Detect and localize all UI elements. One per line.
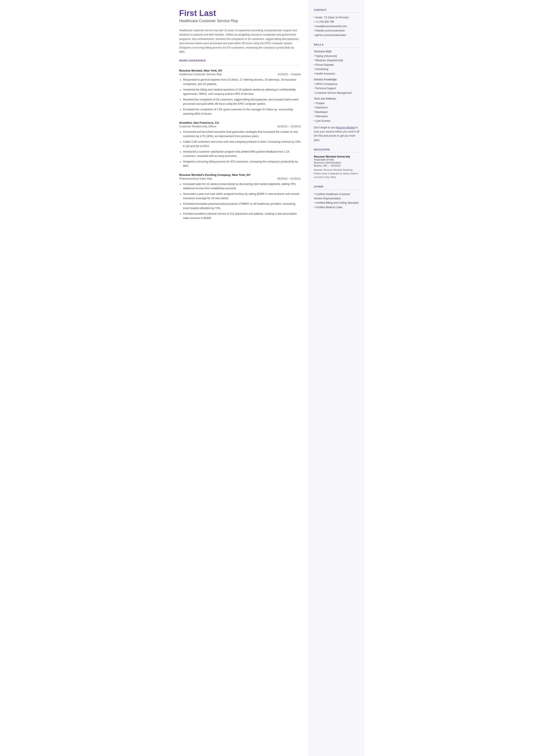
- education-section: EDUCATION Resume Worded University Assoc…: [314, 148, 359, 179]
- bullet-1-4: Escalated the complaints of 1.5K upset c…: [183, 107, 301, 116]
- resume-container: First Last Healthcare Customer Service R…: [171, 0, 365, 756]
- bullet-3-4: Provided excellent customer service to 2…: [183, 211, 301, 220]
- industry-skills-label: Industry Knowledge:: [314, 78, 359, 81]
- bullet-1-3: Resolved the complaints of 2K customers,…: [183, 98, 301, 106]
- role-dates-row-3: Pharmaceutical Sales Rep 06/2010 – 01/20…: [179, 177, 301, 180]
- bullet-1-2: Answered the billing and medical questio…: [183, 88, 301, 96]
- other-label: OTHER: [314, 185, 359, 189]
- role-2: Customer Relationship Officer: [179, 125, 216, 128]
- edu-awards: Awards: Resume Worded Teaching Fellow (o…: [314, 168, 359, 179]
- edu-field: Business Administration: [314, 161, 359, 164]
- bullet-3-1: Increased sales for 12 weeks consecutive…: [183, 182, 301, 190]
- tool-skill-4: Lynk Everest: [314, 119, 359, 123]
- company-1: Resume Worded, New York, NY: [179, 69, 222, 72]
- role-3: Pharmaceutical Sales Rep: [179, 177, 212, 180]
- bullets-1: Responded to general inquiries from 10 c…: [179, 78, 301, 116]
- company-3: Resume Worded's Exciting Company, New Yo…: [179, 173, 251, 177]
- edu-block: Resume Worded University Associate of Ar…: [314, 155, 359, 179]
- tool-skill-3: Telemation: [314, 114, 359, 119]
- ind-skill-0: HIPAA Compliance: [314, 82, 359, 86]
- job-title-main: Healthcare Customer Service Rep: [179, 19, 301, 26]
- other-section: OTHER Certified Healthcare Customer Serv…: [314, 185, 359, 210]
- role-dates-row-1: Healthcare Customer Service Rep 01/2015 …: [179, 72, 301, 76]
- bullet-3-3: Promoted innovative pharmaceutical produ…: [183, 202, 301, 210]
- contact-item-2: email@resumeworded.com: [314, 24, 359, 28]
- promo-link[interactable]: Resume Worded: [336, 126, 355, 129]
- right-column: CONTACT Austin, TX (Open to Remote) +1-2…: [309, 0, 365, 756]
- technical-skills-label: Technical Skills:: [314, 50, 359, 53]
- candidate-name: First Last: [179, 9, 301, 18]
- edu-school: Resume Worded University: [314, 155, 359, 158]
- dates-1: 01/2015 – Present: [278, 72, 300, 76]
- contact-item-4: github.com/resumeworded: [314, 33, 359, 37]
- technical-skills-list: Typing (Advanced) Medicare (Experienced)…: [314, 54, 359, 76]
- work-header-3: Resume Worded's Exciting Company, New Yo…: [179, 173, 301, 177]
- other-item-0: Certified Healthcare Customer Service Re…: [314, 192, 359, 201]
- tool-skill-2: Blackbaud: [314, 110, 359, 114]
- tool-skill-0: Timpani: [314, 101, 359, 105]
- tech-skill-2: Phone Etiquette: [314, 63, 359, 67]
- contact-item-3: linkedin.com/in/username: [314, 28, 359, 33]
- work-header-1: Resume Worded, New York, NY: [179, 69, 301, 72]
- other-list: Certified Healthcare Customer Service Re…: [314, 192, 359, 210]
- tech-skill-0: Typing (Advanced): [314, 54, 359, 58]
- skills-label: SKILLS: [314, 43, 359, 47]
- bullet-2-3: Introduced a customer satisfaction progr…: [183, 150, 301, 158]
- industry-skills-list: HIPAA Compliance Technical Support Custo…: [314, 82, 359, 95]
- work-block-3: Resume Worded's Exciting Company, New Yo…: [179, 173, 301, 220]
- bullets-3: Increased sales for 12 weeks consecutive…: [179, 182, 301, 220]
- work-divider: [179, 65, 301, 66]
- other-item-1: Certified Billing and Coding Specialist.: [314, 201, 359, 205]
- company-2: Growthsi, San Francisco, CA: [179, 121, 219, 124]
- contact-section: CONTACT Austin, TX (Open to Remote) +1-2…: [314, 9, 359, 37]
- ind-skill-2: Customer Service Management: [314, 91, 359, 95]
- promo-text: Don't forget to use Resume Worded to sca…: [314, 126, 359, 142]
- bullet-2-2: Called 2.4K customers and cross-sold new…: [183, 140, 301, 148]
- contact-label: CONTACT: [314, 9, 359, 13]
- work-header-2: Growthsi, San Francisco, CA: [179, 121, 301, 124]
- role-1: Healthcare Customer Service Rep: [179, 72, 222, 76]
- tech-skill-1: Medicare (Experienced): [314, 58, 359, 63]
- bullet-2-4: Designed a recurring billing process for…: [183, 159, 301, 168]
- bullets-2: Conceived and launched innovative lead g…: [179, 130, 301, 168]
- tools-skills-list: Timpani Salesforce Blackbaud Telemation …: [314, 101, 359, 123]
- tech-skill-4: Health Insurance: [314, 71, 359, 76]
- tool-skill-1: Salesforce: [314, 105, 359, 110]
- edu-degree: Associate of Arts: [314, 158, 359, 161]
- contact-item-0: Austin, TX (Open to Remote): [314, 15, 359, 20]
- skills-section: SKILLS Technical Skills: Typing (Advance…: [314, 43, 359, 142]
- bullet-1-1: Responded to general inquiries from 10 c…: [183, 78, 301, 86]
- other-item-2: Certified Medical Coder.: [314, 205, 359, 210]
- contact-item-1: +1-234-456-789: [314, 20, 359, 24]
- ind-skill-1: Technical Support: [314, 86, 359, 91]
- bullet-2-1: Conceived and launched innovative lead g…: [183, 130, 301, 138]
- work-experience-label: WORK EXPERIENCE: [179, 59, 301, 62]
- promo-prefix: Don't forget to use: [314, 126, 336, 129]
- education-label: EDUCATION: [314, 148, 359, 153]
- edu-location-date: Boston, MA — 05/2010: [314, 164, 359, 167]
- role-dates-row-2: Customer Relationship Officer 02/2012 – …: [179, 125, 301, 128]
- tools-skills-label: Tools and Software:: [314, 97, 359, 100]
- bullet-3-2: Generated a year-end sale within assigne…: [183, 192, 301, 200]
- dates-3: 06/2010 – 01/2012: [277, 177, 300, 180]
- left-column: First Last Healthcare Customer Service R…: [171, 0, 309, 756]
- contact-list: Austin, TX (Open to Remote) +1-234-456-7…: [314, 15, 359, 37]
- tech-skill-3: Scheduling: [314, 67, 359, 71]
- work-block-1: Resume Worded, New York, NY Healthcare C…: [179, 69, 301, 116]
- dates-2: 02/2012 – 12/2014: [277, 125, 300, 128]
- work-block-2: Growthsi, San Francisco, CA Customer Rel…: [179, 121, 301, 168]
- summary-text: Healthcare customer service rep with 10 …: [179, 28, 301, 54]
